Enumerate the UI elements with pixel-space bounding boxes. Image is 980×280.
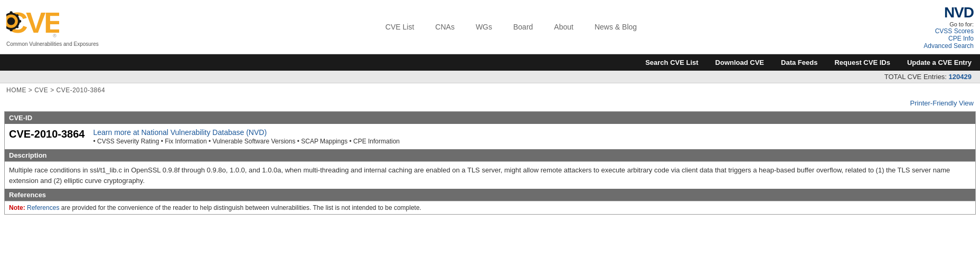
description-header: Description bbox=[5, 149, 975, 161]
svg-point-3 bbox=[7, 17, 15, 25]
cve-logo: CVE ® bbox=[6, 7, 99, 40]
cve-id-row: CVE-2010-3864 Learn more at National Vul… bbox=[5, 124, 975, 149]
total-count-link[interactable]: 120429 bbox=[949, 73, 972, 81]
cve-content: CVE-ID CVE-2010-3864 Learn more at Natio… bbox=[4, 111, 976, 215]
nvd-link-block: Learn more at National Vulnerability Dat… bbox=[93, 128, 400, 145]
svg-point-9 bbox=[16, 14, 19, 17]
nav-item-board[interactable]: Board bbox=[513, 23, 533, 31]
references-header: References bbox=[5, 189, 975, 201]
total-label: TOTAL CVE Entries: bbox=[884, 73, 947, 81]
nvd-link-cvss-scores[interactable]: CVSS Scores bbox=[924, 27, 974, 35]
svg-point-4 bbox=[10, 11, 12, 14]
nvd-link-advanced-search[interactable]: Advanced Search bbox=[924, 42, 974, 50]
nvd-goto-label: Go to for: bbox=[924, 21, 974, 27]
toolbar-item-data-feeds[interactable]: Data Feeds bbox=[781, 59, 817, 66]
nvd-learn-more-link[interactable]: Learn more at National Vulnerability Dat… bbox=[93, 128, 400, 137]
toolbar-item-update-a-cve-entry[interactable]: Update a CVE Entry bbox=[907, 59, 972, 66]
references-note: Note: References are provided for the co… bbox=[5, 201, 975, 214]
description-text: Multiple race conditions in ssl/t1_lib.c… bbox=[5, 161, 975, 189]
printer-link-row: Printer-Friendly View bbox=[0, 97, 980, 109]
breadcrumb: HOME > CVE > CVE-2010-3864 bbox=[0, 83, 980, 97]
nav-item-news---blog[interactable]: News & Blog bbox=[595, 23, 637, 31]
logo-tagline: Common Vulnerabilities and Exposures bbox=[6, 41, 99, 47]
svg-point-7 bbox=[18, 20, 21, 23]
svg-point-11 bbox=[16, 26, 19, 28]
note-label: Note: bbox=[9, 204, 25, 211]
nvd-links: CVSS ScoresCPE InfoAdvanced Search bbox=[924, 27, 974, 50]
nvd-box: NVD Go to for: CVSS ScoresCPE InfoAdvanc… bbox=[924, 4, 974, 50]
nav-item-cve-list[interactable]: CVE List bbox=[385, 23, 414, 31]
svg-text:®: ® bbox=[53, 33, 56, 38]
page-header: CVE ® Common Vulnerabilities and Exposur… bbox=[0, 0, 980, 54]
logo-area: CVE ® Common Vulnerabilities and Exposur… bbox=[6, 7, 99, 47]
main-nav: CVE ListCNAsWGsBoardAboutNews & Blog bbox=[99, 23, 924, 31]
toolbar-item-search-cve-list[interactable]: Search CVE List bbox=[645, 59, 698, 66]
nav-item-cnas[interactable]: CNAs bbox=[435, 23, 455, 31]
nvd-logo: NVD bbox=[924, 4, 974, 21]
nav-item-about[interactable]: About bbox=[554, 23, 573, 31]
references-link[interactable]: References bbox=[27, 204, 59, 211]
toolbar-item-request-cve-ids[interactable]: Request CVE IDs bbox=[834, 59, 890, 66]
svg-point-5 bbox=[10, 28, 12, 31]
nav-item-wgs[interactable]: WGs bbox=[476, 23, 492, 31]
cve-id: CVE-2010-3864 bbox=[9, 128, 84, 140]
cve-toolbar: Search CVE ListDownload CVEData FeedsReq… bbox=[0, 54, 980, 71]
nvd-sub-text: • CVSS Severity Rating • Fix Information… bbox=[93, 138, 400, 145]
total-entries-bar: TOTAL CVE Entries: 120429 bbox=[0, 71, 980, 83]
printer-friendly-link[interactable]: Printer-Friendly View bbox=[910, 99, 974, 107]
toolbar-item-download-cve[interactable]: Download CVE bbox=[715, 59, 764, 66]
cve-id-header: CVE-ID bbox=[5, 112, 975, 124]
references-note-body: are provided for the convenience of the … bbox=[59, 204, 421, 211]
nvd-link-cpe-info[interactable]: CPE Info bbox=[924, 35, 974, 42]
